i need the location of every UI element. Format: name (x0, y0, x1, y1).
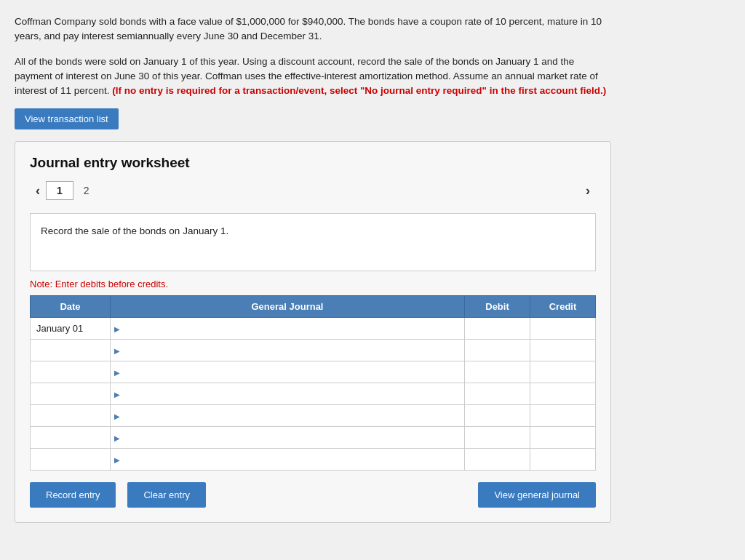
debit-input-3[interactable] (465, 361, 530, 383)
date-cell-1: January 01 (31, 318, 111, 340)
credit-cell-6[interactable] (530, 427, 596, 449)
debit-cell-7[interactable] (465, 449, 530, 471)
date-cell-6 (31, 427, 111, 449)
clear-entry-button[interactable]: Clear entry (127, 482, 206, 508)
table-row (31, 361, 596, 383)
header-journal: General Journal (111, 296, 465, 318)
table-row: January 01 (31, 318, 596, 340)
table-row (31, 383, 596, 405)
journal-cell-5[interactable] (111, 405, 465, 427)
journal-cell-3[interactable] (111, 361, 465, 383)
credit-cell-1[interactable] (530, 318, 596, 340)
journal-cell-1[interactable] (111, 318, 465, 340)
journal-input-2[interactable] (124, 340, 464, 361)
instruction-box: Record the sale of the bonds on January … (30, 213, 596, 271)
debit-input-5[interactable] (465, 405, 530, 426)
journal-cell-4[interactable] (111, 383, 465, 405)
journal-cell-2[interactable] (111, 340, 465, 361)
intro-paragraph2: All of the bonds were sold on January 1 … (15, 55, 611, 99)
debit-cell-5[interactable] (465, 405, 530, 427)
journal-input-5[interactable] (124, 405, 464, 426)
journal-table: Date General Journal Debit Credit Januar… (30, 295, 596, 471)
tab-navigation: ‹ 1 2 › (30, 181, 596, 200)
page-container: Coffman Company sold bonds with a face v… (15, 15, 611, 523)
worksheet-container: Journal entry worksheet ‹ 1 2 › Record t… (15, 141, 611, 523)
credit-input-4[interactable] (530, 383, 595, 404)
intro-paragraph1: Coffman Company sold bonds with a face v… (15, 15, 611, 44)
journal-input-6[interactable] (124, 427, 464, 448)
journal-cell-6[interactable] (111, 427, 465, 449)
debit-input-1[interactable] (465, 318, 530, 339)
bottom-buttons: Record entry Clear entry View general jo… (30, 482, 596, 508)
debit-input-4[interactable] (465, 383, 530, 404)
table-row (31, 449, 596, 471)
header-date: Date (31, 296, 111, 318)
credit-input-3[interactable] (530, 361, 595, 383)
header-debit: Debit (465, 296, 530, 318)
date-cell-2 (31, 340, 111, 361)
debit-cell-2[interactable] (465, 340, 530, 361)
credit-cell-3[interactable] (530, 361, 596, 383)
credit-input-2[interactable] (530, 340, 595, 361)
debit-input-2[interactable] (465, 340, 530, 361)
worksheet-title: Journal entry worksheet (30, 155, 596, 171)
journal-input-4[interactable] (124, 383, 464, 404)
table-row (31, 427, 596, 449)
date-value-1: January 01 (36, 323, 83, 334)
debit-input-7[interactable] (465, 449, 530, 470)
table-row (31, 405, 596, 427)
view-general-journal-button[interactable]: View general journal (478, 482, 596, 508)
note-text: Note: Enter debits before credits. (30, 279, 596, 289)
debit-cell-3[interactable] (465, 361, 530, 383)
journal-input-7[interactable] (124, 449, 464, 470)
debit-input-6[interactable] (465, 427, 530, 448)
view-transaction-button[interactable]: View transaction list (15, 108, 119, 129)
table-header: Date General Journal Debit Credit (31, 296, 596, 318)
record-entry-button[interactable]: Record entry (30, 482, 116, 508)
credit-cell-7[interactable] (530, 449, 596, 471)
debit-cell-4[interactable] (465, 383, 530, 405)
credit-input-5[interactable] (530, 405, 595, 426)
credit-input-1[interactable] (530, 318, 595, 339)
date-cell-3 (31, 361, 111, 383)
debit-cell-6[interactable] (465, 427, 530, 449)
tab-2-inactive[interactable]: 2 (73, 182, 100, 199)
instruction-text: Record the sale of the bonds on January … (41, 225, 228, 236)
journal-input-3[interactable] (124, 361, 464, 383)
credit-input-6[interactable] (530, 427, 595, 448)
date-cell-7 (31, 449, 111, 471)
intro-text-1: Coffman Company sold bonds with a face v… (15, 16, 602, 41)
next-tab-button[interactable]: › (580, 182, 596, 200)
prev-tab-button[interactable]: ‹ (30, 182, 46, 200)
red-notice: (If no entry is required for a transacti… (112, 85, 606, 96)
credit-input-7[interactable] (530, 449, 595, 470)
header-credit: Credit (530, 296, 596, 318)
credit-cell-2[interactable] (530, 340, 596, 361)
date-cell-4 (31, 383, 111, 405)
tab-1-active[interactable]: 1 (46, 181, 73, 200)
credit-cell-5[interactable] (530, 405, 596, 427)
debit-cell-1[interactable] (465, 318, 530, 340)
table-row (31, 340, 596, 361)
date-cell-5 (31, 405, 111, 427)
journal-input-1[interactable] (124, 318, 464, 339)
credit-cell-4[interactable] (530, 383, 596, 405)
journal-cell-7[interactable] (111, 449, 465, 471)
table-body: January 01 (31, 318, 596, 471)
